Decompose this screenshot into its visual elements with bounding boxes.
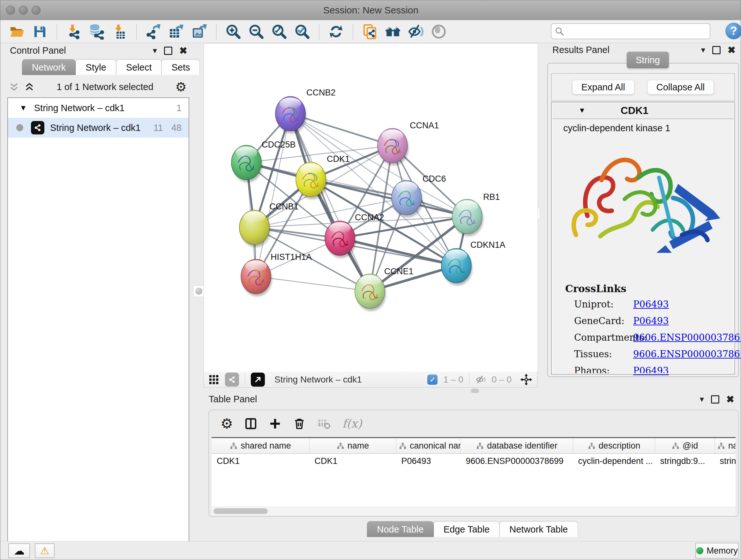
sphere-icon[interactable]: [430, 23, 447, 40]
table-panel-close-icon[interactable]: ✖: [726, 394, 734, 405]
table-cell[interactable]: P06493: [396, 454, 461, 469]
crosslink-value-link[interactable]: 9606.ENSP00000378699: [633, 332, 741, 343]
zoom-fit-icon[interactable]: [271, 23, 287, 40]
result-section-header[interactable]: ▼ CDK1: [552, 103, 734, 119]
function-builder-icon[interactable]: f(x): [342, 417, 362, 430]
tab-network[interactable]: Network: [22, 59, 76, 75]
selected-nodes-icon[interactable]: ✓: [427, 374, 437, 385]
export-table-icon[interactable]: [168, 23, 185, 40]
pan-crosshair-icon[interactable]: [520, 373, 533, 386]
node-CDC6[interactable]: CDC6: [392, 174, 446, 217]
column-header-namespace[interactable]: namespace: [715, 438, 736, 454]
node-CCNB2[interactable]: CCNB2: [275, 88, 336, 133]
tab-style[interactable]: Style: [76, 59, 116, 75]
results-panel-menu-icon[interactable]: ▾: [701, 45, 705, 55]
collection-expander-icon[interactable]: ▼: [19, 104, 27, 112]
table-hscrollbar[interactable]: [212, 507, 736, 515]
import-network-file-icon[interactable]: [65, 23, 82, 40]
network-collection-row[interactable]: ▼ String Network – cdk1 1: [8, 98, 189, 118]
node-CCNA2[interactable]: CCNA2: [325, 212, 384, 258]
tab-select[interactable]: Select: [116, 59, 162, 75]
hide-unhide-icon[interactable]: [408, 23, 424, 40]
save-session-icon[interactable]: [31, 23, 48, 40]
export-network-icon[interactable]: [145, 23, 162, 40]
edge-CCNB2-CCNE1[interactable]: [290, 114, 370, 291]
node-table[interactable]: shared namenamecanonical namedatabase id…: [212, 437, 736, 469]
expand-all-icon[interactable]: [24, 81, 35, 92]
table-hscrollbar-thumb[interactable]: [213, 508, 268, 514]
table-cell[interactable]: CDK1: [212, 454, 310, 469]
help-button[interactable]: ?: [725, 23, 741, 39]
detach-view-icon[interactable]: [251, 373, 265, 387]
collection-label: String Network – cdk1: [34, 103, 177, 113]
memory-button[interactable]: Memory: [695, 543, 739, 559]
string-home-icon[interactable]: [385, 23, 401, 40]
import-table-icon[interactable]: [111, 23, 128, 40]
crosslink-value-link[interactable]: P06493: [633, 315, 669, 326]
import-network-database-icon[interactable]: [88, 23, 105, 40]
control-panel-float-icon[interactable]: [164, 47, 172, 55]
control-panel-close-icon[interactable]: ✖: [179, 45, 187, 56]
collapse-all-icon[interactable]: [9, 81, 19, 92]
table-cell[interactable]: CDK1: [310, 454, 396, 469]
section-expander-icon[interactable]: ▼: [579, 106, 586, 115]
warnings-button[interactable]: ⚠: [35, 543, 55, 558]
refresh-icon[interactable]: [328, 23, 344, 40]
table-cell[interactable]: stringdb: [715, 454, 736, 469]
expand-all-button[interactable]: Expand All: [572, 80, 634, 95]
table-row[interactable]: CDK1CDK1P064939606.ENSP00000378699cyclin…: [212, 454, 736, 469]
copy-network-icon[interactable]: [361, 23, 378, 40]
tab-node-table[interactable]: Node Table: [367, 521, 433, 537]
edge-HIST1H1A-CCNE1[interactable]: [256, 276, 370, 291]
node-CCNE1[interactable]: CCNE1: [355, 266, 414, 311]
zoom-in-icon[interactable]: [225, 23, 242, 40]
delete-column-icon[interactable]: [293, 417, 306, 430]
column-header-database-identifier[interactable]: database identifier: [461, 438, 573, 454]
table-cell[interactable]: stringdb:9...: [655, 454, 715, 469]
zoom-out-icon[interactable]: [248, 23, 265, 40]
network-canvas[interactable]: CCNB2CCNA1CDC25BCDK1CDC6RB1CCNB1CCNA2CDK…: [204, 43, 538, 372]
crosslink-value-link[interactable]: 9606.ENSP00000378699: [633, 349, 741, 360]
grid-view-icon[interactable]: [208, 374, 219, 385]
add-column-icon[interactable]: [269, 417, 281, 430]
results-panel-close-icon[interactable]: ✖: [728, 44, 736, 56]
tab-sets[interactable]: Sets: [161, 59, 200, 75]
table-panel-menu-icon[interactable]: ▾: [700, 394, 704, 404]
current-network-dot-icon: [16, 124, 23, 131]
node-CDKN1A[interactable]: CDKN1A: [441, 240, 506, 286]
column-header-shared-name[interactable]: shared name: [212, 438, 310, 454]
gear-icon[interactable]: ⚙: [175, 79, 187, 94]
export-image-icon[interactable]: [191, 23, 208, 40]
search-input[interactable]: [564, 26, 699, 37]
delete-table-icon[interactable]: [317, 417, 331, 430]
left-splitter-handle[interactable]: [193, 286, 205, 297]
zoom-selected-icon[interactable]: [294, 23, 311, 40]
show-columns-icon[interactable]: [245, 417, 257, 430]
tab-network-table[interactable]: Network Table: [499, 521, 578, 537]
collapse-all-button[interactable]: Collapse All: [647, 80, 714, 95]
results-panel-float-icon[interactable]: [712, 46, 721, 54]
table-cell[interactable]: cyclin-dependent ...: [573, 454, 655, 469]
column-header-canonical-name[interactable]: canonical name: [396, 438, 461, 454]
network-graph: CCNB2CCNA1CDC25BCDK1CDC6RB1CCNB1CCNA2CDK…: [204, 44, 538, 372]
tab-edge-table[interactable]: Edge Table: [434, 521, 500, 537]
crosslink-value-link[interactable]: P06493: [633, 299, 669, 310]
node-CCNB1[interactable]: CCNB1: [239, 202, 299, 247]
open-session-icon[interactable]: [9, 23, 25, 40]
control-panel-menu-icon[interactable]: ▾: [153, 46, 157, 56]
table-cell[interactable]: 9606.ENSP00000378699: [461, 454, 573, 469]
network-row[interactable]: String Network – cdk1 11 48: [8, 118, 189, 138]
column-header-description[interactable]: description: [573, 438, 655, 454]
table-panel-float-icon[interactable]: [711, 395, 719, 403]
node-RB1[interactable]: RB1: [452, 192, 500, 236]
column-header-id[interactable]: @id: [655, 438, 715, 454]
tab-string[interactable]: String: [626, 51, 669, 69]
node-HIST1H1A[interactable]: HIST1H1A: [241, 252, 312, 296]
crosslink-value-link[interactable]: P06493: [633, 365, 669, 376]
column-type-icon: [230, 442, 238, 450]
string-view-icon[interactable]: [225, 373, 239, 387]
cloud-button[interactable]: ☁: [8, 543, 30, 558]
table-settings-gear-icon[interactable]: ⚙: [220, 415, 233, 432]
column-header-name[interactable]: name: [310, 438, 396, 454]
node-CCNA1[interactable]: CCNA1: [378, 121, 439, 165]
